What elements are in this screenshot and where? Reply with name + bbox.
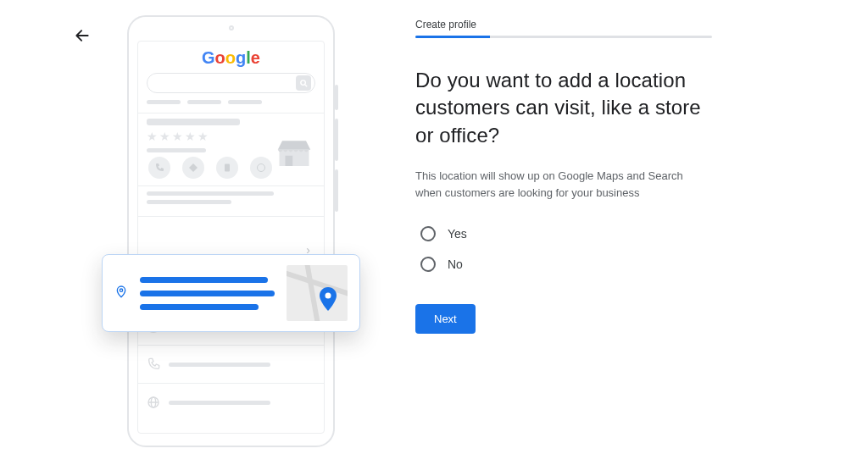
- star-icon: ★: [172, 130, 183, 143]
- star-icon: ★: [159, 130, 170, 143]
- map-thumbnail: [287, 265, 348, 321]
- star-icon: ★: [147, 130, 158, 143]
- svg-point-1: [300, 80, 305, 85]
- phone-screen: Google ★ ★ ★ ★: [137, 41, 325, 434]
- directions-icon: [182, 157, 204, 179]
- placeholder-line: [140, 291, 275, 296]
- form-panel: Create profile Do you want to add a loca…: [407, 0, 771, 454]
- map-pin-icon: [317, 287, 339, 316]
- location-highlight-card: [102, 254, 360, 332]
- radio-icon: [420, 257, 436, 272]
- logo-letter: g: [236, 48, 246, 67]
- helper-text: This location will show up on Google Map…: [415, 168, 712, 201]
- location-radio-group: Yes No: [415, 226, 721, 272]
- storefront-icon: [276, 136, 312, 169]
- globe-icon: [147, 396, 160, 409]
- radio-label: Yes: [448, 227, 467, 241]
- svg-point-11: [326, 293, 331, 299]
- phone-button: [335, 119, 338, 161]
- bookmark-icon: [216, 157, 238, 179]
- next-button[interactable]: Next: [415, 304, 476, 334]
- placeholder-line: [147, 148, 206, 152]
- placeholder-line: [228, 100, 262, 104]
- svg-rect-3: [280, 150, 309, 166]
- google-logo: Google: [147, 48, 315, 68]
- placeholder-line: [147, 200, 231, 204]
- question-heading: Do you want to add a location customers …: [415, 67, 721, 149]
- logo-letter: o: [215, 48, 225, 67]
- svg-line-2: [304, 84, 306, 86]
- placeholder-line: [147, 191, 274, 196]
- logo-letter: G: [202, 48, 215, 67]
- pin-outline-icon: [114, 285, 128, 302]
- phone-icon: [147, 357, 160, 371]
- svg-point-10: [120, 289, 122, 291]
- placeholder-line: [147, 100, 181, 104]
- illustration-panel: Google ★ ★ ★ ★: [0, 0, 407, 454]
- search-bar-mock: [147, 73, 315, 93]
- star-icon: ★: [198, 130, 209, 143]
- search-icon: [296, 75, 311, 91]
- placeholder-line: [169, 363, 270, 367]
- phone-speaker: [229, 25, 234, 30]
- step-label: Create profile: [415, 19, 721, 30]
- radio-yes[interactable]: Yes: [420, 226, 721, 241]
- logo-letter: e: [251, 48, 260, 67]
- svg-rect-4: [286, 156, 293, 166]
- progress-fill: [415, 36, 490, 38]
- placeholder-line: [140, 304, 259, 310]
- placeholder-line: [140, 277, 268, 283]
- svg-point-6: [258, 164, 265, 172]
- list-item: [147, 389, 315, 416]
- phone-icon: [148, 157, 170, 179]
- phone-mockup: Google ★ ★ ★ ★: [127, 15, 335, 447]
- phone-button: [335, 169, 338, 212]
- svg-rect-5: [225, 164, 230, 172]
- list-item: [147, 351, 315, 378]
- logo-letter: o: [225, 48, 236, 67]
- placeholder-line: [187, 100, 221, 104]
- progress-bar: [415, 36, 712, 38]
- placeholder-line: [169, 401, 270, 405]
- radio-icon: [420, 226, 436, 241]
- placeholder-line: [147, 119, 240, 125]
- radio-no[interactable]: No: [420, 257, 721, 272]
- website-icon: [250, 157, 272, 179]
- phone-button: [335, 85, 338, 110]
- star-icon: ★: [185, 130, 196, 143]
- radio-label: No: [448, 257, 463, 271]
